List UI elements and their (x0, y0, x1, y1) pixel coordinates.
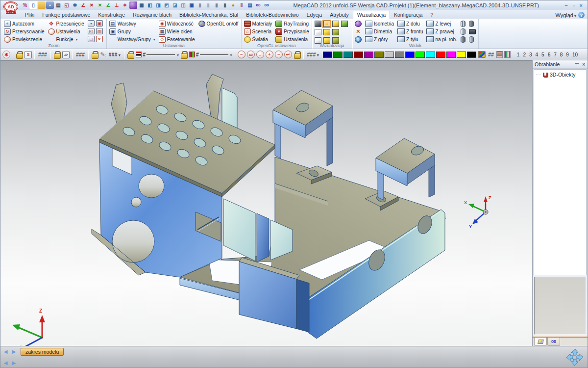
measure-2-icon[interactable]: ✕ (88, 1, 96, 9)
viewport-3d[interactable]: Z X Y Z Y (0, 60, 532, 346)
section-cut-icon[interactable]: ✕ (355, 28, 362, 35)
cylinder-4-icon[interactable]: ▮ (221, 1, 229, 9)
layer-number-1[interactable]: 1 (515, 52, 521, 57)
sphere-tool-icon[interactable] (129, 1, 137, 9)
menu-tab-konstrukcje[interactable]: Konstrukcje (94, 11, 129, 19)
color-swatch-10[interactable] (416, 52, 425, 58)
view-forward-button[interactable]: ▶ (10, 359, 18, 367)
linestyle-selector[interactable]: # (136, 52, 179, 57)
z-frontu-button[interactable]: Z frontu (397, 28, 423, 35)
mesh-cylinder-icon[interactable] (461, 21, 466, 27)
new-document-icon[interactable]: ▯ (29, 1, 37, 9)
minimize-button[interactable]: – (565, 2, 568, 8)
model-canvas[interactable]: Z X Y Z Y (0, 61, 532, 346)
z-lewej-button[interactable]: Z lewej (426, 20, 457, 27)
zoom-minus-button[interactable]: − (275, 51, 283, 58)
print-icon[interactable]: ▤ (54, 1, 62, 9)
maximize-button[interactable]: ▫ (573, 2, 575, 8)
cube-shaded-edges-icon[interactable] (332, 21, 339, 27)
dpl-icon[interactable]: ● (229, 1, 237, 9)
przypisanie-button[interactable]: ▾Przypisanie (275, 28, 309, 35)
cube-hidden-icon[interactable] (315, 21, 321, 27)
menu-tab-konfiguracja[interactable]: Konfiguracja (390, 11, 426, 19)
menu-tab-edycja[interactable]: Edycja (303, 11, 326, 19)
layer-number-6[interactable]: 6 (546, 52, 552, 57)
palette-button[interactable] (478, 51, 486, 58)
isometria-button[interactable]: Isometria (365, 20, 394, 27)
na-pl-rob-button[interactable]: na pł. rob. (426, 36, 457, 43)
panel-tab-tools[interactable] (534, 338, 547, 346)
color-bars-icon[interactable] (504, 51, 511, 58)
layer-number-5[interactable]: 5 (540, 52, 546, 57)
monitor-icon[interactable]: ▣ (188, 1, 196, 9)
camera-icon[interactable] (469, 29, 476, 34)
sceneria-button[interactable]: ⌂Sceneria (244, 28, 272, 35)
opengl-onoff-button[interactable]: OPGLOpenGL on/off (198, 20, 239, 27)
menu-tab-biblioteki-mechanika-stal[interactable]: Biblioteki-Mechanika, Stal (175, 11, 242, 19)
pin-icon[interactable] (575, 62, 579, 67)
color-swatch-5[interactable] (364, 52, 373, 58)
menu-tab-?[interactable]: ? (426, 11, 437, 19)
menu-tab-biblioteki-budownictwo[interactable]: Biblioteki-Budownictwo (242, 11, 302, 19)
widocznosc-button[interactable]: ◉Widoczność (159, 20, 195, 27)
placeholder-4[interactable]: ### (306, 52, 320, 57)
s-document-button[interactable]: S (24, 51, 32, 58)
cube-view-1-icon[interactable]: ◧ (146, 1, 154, 9)
zoom-prev-icon[interactable]: ◱ (88, 28, 95, 34)
save-icon[interactable]: ▪ (46, 1, 54, 9)
zoom-ustawienia-button[interactable]: Ustawienia (48, 28, 84, 35)
pencil-button[interactable]: ✎: (100, 51, 106, 58)
menu-tab-funkcje-podstawowe[interactable]: Funkcje podstawowe (38, 11, 94, 19)
cube-flat-icon[interactable] (323, 29, 330, 35)
tree-item-3d-obiekty[interactable]: 3D-Obiekty (535, 72, 585, 78)
lock-button-2[interactable] (53, 51, 61, 58)
dimetria-button[interactable]: Dimetria (365, 28, 394, 35)
lock-button-3[interactable] (91, 51, 98, 58)
cylinder-2-icon[interactable]: ▮ (204, 1, 212, 9)
layer-number-2[interactable]: 2 (521, 52, 528, 57)
model-3d[interactable] (92, 74, 445, 339)
warstwy-grupy-dropdown[interactable]: Warstwy/Grupy (109, 36, 155, 43)
grupy-button[interactable]: ▣Grupy (109, 28, 155, 35)
stats-icon[interactable]: ‖ (238, 1, 245, 9)
counter-1-icon[interactable]: 00 (254, 1, 262, 9)
grid-table-icon[interactable]: ▦ (138, 1, 146, 9)
color-dots-icon[interactable] (496, 51, 503, 58)
lock-button-1[interactable] (16, 51, 23, 58)
przerysowanie-button[interactable]: ↻Przerysowanie (4, 28, 45, 35)
powiekszenie-button[interactable]: Powiększenie (4, 36, 45, 43)
menu-tab-atrybuty[interactable]: Atrybuty (326, 11, 353, 19)
color-swatch-14[interactable] (457, 52, 466, 58)
close-button[interactable]: × (580, 2, 583, 8)
swiatla-button[interactable]: Światła (244, 36, 272, 43)
zoom-out-button[interactable]: − (238, 51, 245, 58)
linecolor-selector[interactable]: # (189, 52, 232, 57)
printer-blue-icon[interactable]: ▤ (246, 1, 254, 9)
color-swatch-4[interactable] (354, 52, 363, 58)
cube-gouraud-icon[interactable] (332, 29, 339, 35)
lock-button-4[interactable] (127, 51, 134, 58)
raytracing-button[interactable]: RayTracing (275, 20, 309, 27)
dark-cylinder-icon[interactable] (469, 21, 474, 27)
probe-2-icon[interactable]: ✶ (121, 1, 129, 9)
menu-tab-wizualizacja[interactable]: Wizualizacja (353, 11, 390, 19)
color-swatch-15[interactable] (467, 52, 476, 58)
layer-number-9[interactable]: 9 (564, 52, 571, 57)
lock-button-6[interactable] (294, 51, 301, 58)
warstwy-button[interactable]: ▤Warstwy (109, 20, 155, 27)
color-swatch-8[interactable] (395, 52, 404, 58)
color-mode-icon[interactable]: % (21, 1, 29, 9)
solid-cylinder-icon[interactable] (461, 36, 466, 43)
zoom-full-icon[interactable]: ▣ (96, 20, 103, 26)
wire-cylinder-icon[interactable] (461, 28, 466, 35)
view-back-button[interactable]: ◀ (2, 359, 9, 367)
przesuniecie-button[interactable]: ✥Przesunięcie (48, 20, 84, 27)
placeholder-3[interactable]: ### (108, 52, 122, 57)
layer-number-8[interactable]: 8 (558, 52, 564, 57)
panel-close-icon[interactable]: × (582, 62, 585, 67)
menu-tab-pliki[interactable]: Pliki (21, 11, 38, 19)
color-swatch-6[interactable] (374, 52, 384, 58)
cube-view-4-icon[interactable]: ◪ (171, 1, 179, 9)
cube-view-5-icon[interactable]: ◫ (179, 1, 187, 9)
funkcje-dropdown[interactable]: Funkcje (48, 36, 84, 43)
